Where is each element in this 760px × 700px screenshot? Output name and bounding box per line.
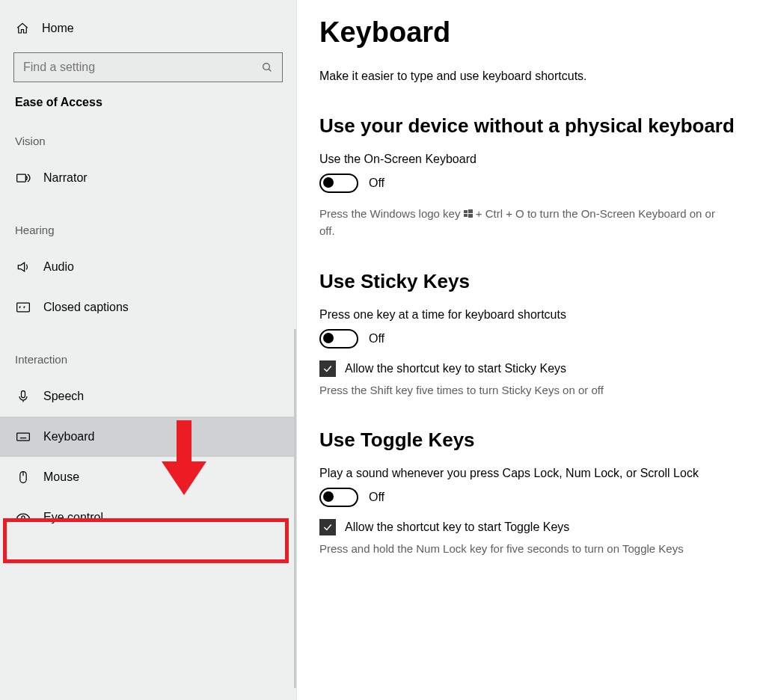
togglekeys-toggle-state: Off	[369, 491, 384, 504]
sidebar-item-narrator[interactable]: Narrator	[0, 158, 296, 198]
group-interaction: Interaction	[15, 353, 296, 366]
keyboard-icon	[15, 429, 31, 444]
settings-window: Home Ease of Access Vision Narrator	[0, 0, 760, 700]
sticky-hint: Press the Shift key five times to turn S…	[319, 381, 723, 399]
sticky-toggle-state: Off	[369, 332, 384, 346]
svg-point-13	[22, 516, 25, 519]
search-icon	[261, 61, 275, 73]
osk-heading: Use your device without a physical keybo…	[319, 114, 739, 138]
sticky-check-label: Allow the shortcut key to start Sticky K…	[345, 362, 566, 375]
sticky-heading: Use Sticky Keys	[319, 270, 739, 293]
checkbox-checked-icon	[319, 360, 336, 377]
search-input[interactable]	[22, 60, 261, 75]
audio-icon	[15, 260, 31, 274]
sidebar-item-label: Mouse	[43, 470, 79, 484]
sidebar-item-label: Closed captions	[43, 301, 129, 314]
speech-icon	[15, 389, 31, 404]
svg-line-1	[269, 69, 271, 71]
narrator-icon	[15, 171, 31, 185]
content-pane: Keyboard Make it easier to type and use …	[297, 0, 760, 700]
home-icon	[15, 22, 30, 35]
svg-rect-3	[17, 303, 30, 312]
osk-hint: Press the Windows logo key + Ctrl + O to…	[319, 205, 723, 240]
sticky-label: Press one key at a time for keyboard sho…	[319, 308, 739, 322]
page-subtitle: Make it easier to type and use keyboard …	[319, 70, 739, 83]
sidebar: Home Ease of Access Vision Narrator	[0, 0, 297, 700]
svg-rect-15	[464, 210, 468, 213]
togglekeys-heading: Use Toggle Keys	[319, 429, 739, 452]
togglekeys-toggle[interactable]	[319, 488, 358, 507]
section-sticky: Use Sticky Keys Press one key at a time …	[319, 270, 739, 399]
svg-rect-5	[17, 433, 30, 440]
sidebar-item-eyecontrol[interactable]: Eye control	[0, 497, 296, 538]
category-title: Ease of Access	[15, 96, 296, 109]
sidebar-item-label: Keyboard	[43, 430, 95, 443]
mouse-icon	[15, 470, 31, 485]
sidebar-item-speech[interactable]: Speech	[0, 376, 296, 417]
togglekeys-check-label: Allow the shortcut key to start Toggle K…	[345, 521, 569, 534]
sidebar-item-mouse[interactable]: Mouse	[0, 457, 296, 497]
sticky-toggle[interactable]	[319, 329, 358, 349]
section-osk: Use your device without a physical keybo…	[319, 114, 739, 240]
group-hearing: Hearing	[15, 224, 296, 236]
sidebar-item-label: Audio	[43, 260, 74, 274]
osk-label: Use the On-Screen Keyboard	[319, 153, 739, 166]
sidebar-item-label: Narrator	[43, 171, 88, 185]
home-button[interactable]: Home	[15, 13, 296, 43]
osk-toggle[interactable]	[319, 174, 358, 193]
search-box[interactable]	[13, 52, 283, 82]
togglekeys-hint: Press and hold the Num Lock key for five…	[319, 540, 723, 557]
sidebar-item-audio[interactable]: Audio	[0, 247, 296, 287]
svg-rect-17	[464, 214, 468, 217]
sidebar-item-captions[interactable]: Closed captions	[0, 287, 296, 328]
windows-key-icon	[464, 209, 473, 218]
togglekeys-label: Play a sound whenever you press Caps Loc…	[319, 467, 739, 480]
sidebar-item-label: Eye control	[43, 511, 103, 524]
sidebar-item-keyboard[interactable]: Keyboard	[0, 417, 296, 457]
page-title: Keyboard	[319, 16, 739, 49]
captions-icon	[15, 300, 31, 315]
svg-rect-2	[17, 174, 26, 182]
eye-icon	[15, 510, 31, 525]
osk-toggle-state: Off	[369, 176, 384, 190]
checkbox-checked-icon	[319, 519, 336, 535]
togglekeys-shortcut-checkbox[interactable]: Allow the shortcut key to start Toggle K…	[319, 519, 739, 535]
sticky-shortcut-checkbox[interactable]: Allow the shortcut key to start Sticky K…	[319, 360, 739, 377]
home-label: Home	[42, 22, 74, 35]
sidebar-scrollbar[interactable]	[294, 329, 296, 688]
group-vision: Vision	[15, 135, 296, 147]
svg-rect-4	[22, 391, 25, 398]
section-togglekeys: Use Toggle Keys Play a sound whenever yo…	[319, 429, 739, 557]
sidebar-item-label: Speech	[43, 390, 84, 403]
